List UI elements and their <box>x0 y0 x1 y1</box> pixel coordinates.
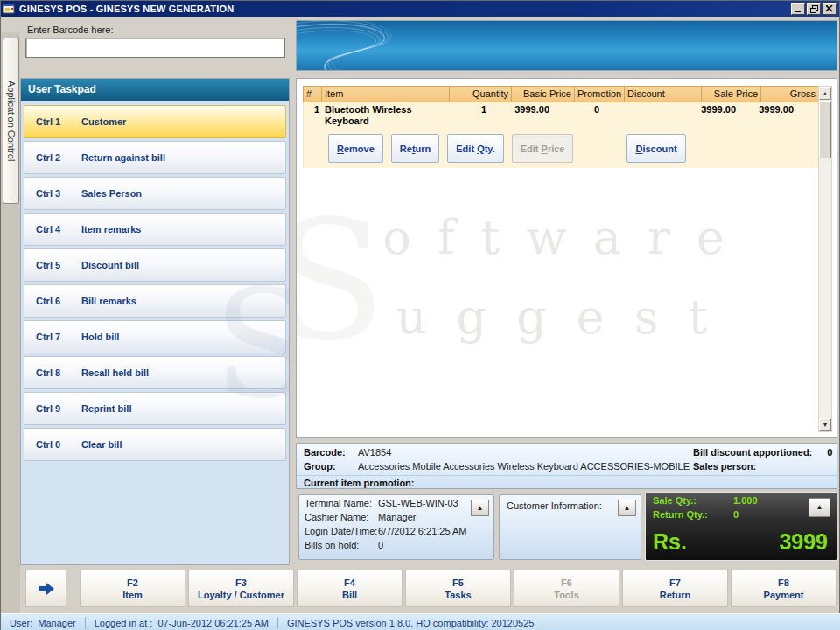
taskpad-button-sales-person[interactable]: Ctrl 3 Sales Person <box>24 177 286 210</box>
scroll-down-icon[interactable]: ▼ <box>819 418 831 431</box>
taskpad-label: Discount bill <box>81 260 139 270</box>
taskpad-button-recall-held-bill[interactable]: Ctrl 8 Recall held bill <box>24 356 286 389</box>
minimize-button[interactable] <box>791 3 805 15</box>
cell-quantity: 1 <box>427 104 489 127</box>
close-icon <box>826 5 833 12</box>
fkey-label: Payment <box>764 589 804 601</box>
bill-items-grid-panel: S oftware uggest # Item Quantity Basic P… <box>296 78 837 438</box>
sale-qty-label: Sale Qty.: <box>653 495 733 507</box>
top-banner <box>296 20 837 71</box>
grid-header-gross[interactable]: Gross <box>761 87 819 102</box>
fkey-key: F4 <box>344 577 355 589</box>
taskpad-label: Sales Person <box>81 188 142 199</box>
scroll-up-icon[interactable]: ▲ <box>819 87 831 100</box>
grid-header-promotion[interactable]: Promotion <box>575 87 625 102</box>
return-button[interactable]: Return <box>391 134 439 163</box>
app-window: GINESYS POS - GINESYS NEW GENERATION <box>0 0 840 630</box>
watermark: oftware uggest <box>297 210 836 345</box>
terminal-info-panel: Terminal Name:GSL-WEB-WIN-03 Cashier Nam… <box>298 494 494 560</box>
f5-tasks-button[interactable]: F5 Tasks <box>405 570 511 607</box>
group-value: Accessories Mobile Accessories Wireless … <box>358 461 690 472</box>
sales-person-label: Sales person: <box>693 461 756 472</box>
taskpad-button-clear-bill[interactable]: Ctrl 0 Clear bill <box>24 428 286 461</box>
login-datetime-value: 6/7/2012 6:21:25 AM <box>378 525 467 537</box>
cell-discount <box>602 104 679 127</box>
collapse-up-icon[interactable]: ▲ <box>808 498 830 517</box>
restore-button[interactable] <box>807 3 821 15</box>
status-user-label: User: <box>10 617 32 629</box>
taskpad-button-reprint-bill[interactable]: Ctrl 9 Reprint bill <box>24 392 286 425</box>
barcode-entry-label: Enter Barcode here: <box>27 24 113 35</box>
minimize-icon <box>794 5 802 12</box>
bill-amount-value: 3999 <box>779 529 828 555</box>
next-arrow-button[interactable] <box>25 570 66 607</box>
grid-header-item[interactable]: Item <box>322 87 450 102</box>
taskpad-button-item-remarks[interactable]: Ctrl 4 Item remarks <box>24 213 286 246</box>
taskpad-key: Ctrl 9 <box>36 403 73 414</box>
grid-header-basic-price[interactable]: Basic Price <box>512 87 575 102</box>
f4-bill-button[interactable]: F4 Bill <box>297 570 402 607</box>
left-dock-strip: Application Control <box>1 32 20 629</box>
remove-button[interactable]: Remove <box>328 134 383 163</box>
fkey-label: Tools <box>554 589 579 601</box>
discount-button[interactable]: Discount <box>626 134 685 163</box>
grid-vertical-scrollbar[interactable]: ▲ ▼ <box>818 86 832 432</box>
edit-qty-button[interactable]: Edit Qty. <box>447 134 503 163</box>
grid-header-sale-price[interactable]: Sale Price <box>702 87 761 102</box>
taskpad-button-bill-remarks[interactable]: Ctrl 6 Bill remarks <box>24 284 286 318</box>
taskpad-button-customer[interactable]: Ctrl 1 Customer <box>24 105 286 138</box>
collapse-up-icon[interactable]: ▲ <box>471 500 489 516</box>
banner-swirl-graphic <box>297 21 837 71</box>
taskpad-key: Ctrl 0 <box>36 439 73 450</box>
fkey-key: F7 <box>669 577 681 589</box>
status-version-text: GINESYS POS version 1.8.0, HO compatibil… <box>287 617 534 629</box>
scrollbar-thumb[interactable] <box>819 101 831 158</box>
watermark-line2: uggest <box>297 290 836 345</box>
fkey-key: F6 <box>561 577 572 589</box>
barcode-input[interactable] <box>25 38 285 58</box>
current-item-promotion-label: Current item promotion: <box>304 478 415 488</box>
grid-header-num[interactable]: # <box>304 87 322 102</box>
grid-header-row: # Item Quantity Basic Price Promotion Di… <box>303 86 820 102</box>
user-taskpad-panel: User Taskpad Ctrl 1 Customer Ctrl 2 Retu… <box>20 78 290 565</box>
f3-loyalty-customer-button[interactable]: F3 Loyalty / Customer <box>188 570 294 607</box>
table-row[interactable]: 1 Bluetooth Wireless Keyboard 1 3999.00 … <box>304 102 819 127</box>
taskpad-label: Clear bill <box>81 439 122 450</box>
close-button[interactable] <box>822 3 836 15</box>
barcode-value: AV1854 <box>358 447 391 458</box>
f8-payment-button[interactable]: F8 Payment <box>731 570 836 607</box>
title-bar: GINESYS POS - GINESYS NEW GENERATION <box>1 1 839 17</box>
f7-return-button[interactable]: F7 Return <box>622 570 728 607</box>
row-action-buttons: Remove Return Edit Qty. Edit Price Disco… <box>328 134 819 163</box>
cashier-name-label: Cashier Name: <box>304 511 378 523</box>
status-bar: User: Manager Logged in at : 07-Jun-2012… <box>1 613 840 630</box>
fkey-key: F8 <box>778 577 789 589</box>
f2-item-button[interactable]: F2 Item <box>80 570 186 607</box>
taskpad-label: Reprint bill <box>81 403 131 414</box>
right-arrow-icon <box>37 582 56 596</box>
app-icon <box>4 4 16 15</box>
taskpad-key: Ctrl 4 <box>36 224 73 234</box>
taskpad-button-discount-bill[interactable]: Ctrl 5 Discount bill <box>24 248 286 282</box>
restore-icon <box>810 5 818 13</box>
grid-header-quantity[interactable]: Quantity <box>450 87 512 102</box>
grid-header-discount[interactable]: Discount <box>625 87 702 102</box>
cell-item: Bluetooth Wireless Keyboard <box>322 104 427 127</box>
window-title: GINESYS POS - GINESYS NEW GENERATION <box>19 4 234 14</box>
bill-totals-panel: Sale Qty.: 1.000 Return Qty.: 0 Rs. 3999… <box>645 492 837 561</box>
collapse-up-icon[interactable]: ▲ <box>618 500 636 516</box>
watermark-line1: oftware <box>297 210 836 265</box>
group-label: Group: <box>304 461 358 472</box>
taskpad-button-hold-bill[interactable]: Ctrl 7 Hold bill <box>24 320 286 354</box>
bill-discount-apportioned-value: 0 <box>827 447 832 458</box>
cell-gross: 3999.00 <box>738 104 796 127</box>
cell-sale-price: 3999.00 <box>679 104 738 127</box>
status-version: GINESYS POS version 1.8.0, HO compatibil… <box>278 617 542 629</box>
taskpad-button-return-against-bill[interactable]: Ctrl 2 Return against bill <box>24 141 286 174</box>
application-control-tab[interactable]: Application Control <box>3 38 19 204</box>
current-item-section: 1 Bluetooth Wireless Keyboard 1 3999.00 … <box>303 102 820 168</box>
cell-basic-price: 3999.00 <box>489 104 552 127</box>
taskpad-key: Ctrl 6 <box>36 296 73 306</box>
taskpad-key: Ctrl 8 <box>36 368 73 378</box>
taskpad-label: Bill remarks <box>81 296 136 306</box>
